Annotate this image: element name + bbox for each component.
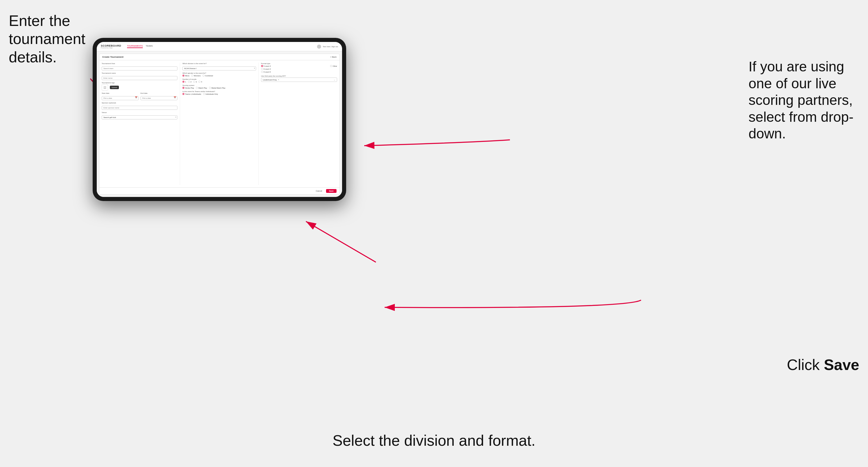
event-type-radio-group: Teams (+Individuals) Individuals Only [182,93,256,95]
venue-select[interactable]: Search golf club [102,115,178,119]
venue-group: Venue Search golf club [102,112,178,119]
radio-round-2 [188,81,190,83]
start-date-group: Start date 📅 [102,92,139,100]
scoring-match[interactable]: Match Play [196,87,207,89]
event-teams[interactable]: Teams (+Individuals) [182,93,201,95]
gender-womens[interactable]: Womens [191,74,201,76]
tablet-screen: SCOREBOARD Powered by Clippi TOURNAMENTS… [97,42,342,197]
end-date-label: End date [141,92,178,94]
calendar-icon-start: 📅 [135,96,137,99]
tablet-frame: SCOREBOARD Powered by Clippi TOURNAMENTS… [93,38,346,201]
scoring-stroke[interactable]: Stroke Play [182,87,194,89]
radio-match-play [196,87,198,89]
search-team-input[interactable] [102,66,178,70]
panel-header: Create Tournament < Back [99,54,339,60]
radio-round-3 [193,81,195,83]
division-select[interactable]: NCAA Division I [182,66,256,70]
rounds-radio-group: 1 2 3 [182,81,256,83]
cancel-button[interactable]: Cancel [313,189,324,193]
radio-round-1 [182,81,184,83]
annotation-topright: If you are using one of our live scoring… [748,58,859,142]
annotation-topleft: Enter the tournament details. [9,12,85,66]
create-tournament-panel: Create Tournament < Back Tournament Host… [99,54,340,195]
gender-mens[interactable]: Mens [182,74,189,76]
content-area: Create Tournament < Back Tournament Host… [97,51,342,197]
panel-title: Create Tournament [102,56,124,58]
panel-footer: Cancel Save [99,187,339,194]
event-type-group: Is this event for Teams and/or Individua… [182,91,256,95]
radio-stroke-play [182,87,184,89]
division-label: Which division is the event for? [182,63,256,64]
radio-individuals [203,93,205,95]
scoring-radio-group: Stroke Play Match Play Medal Match Play [182,87,256,89]
col-mid: Which division is the event for? NCAA Di… [180,63,258,185]
scoring-group: Scoring system Stroke Play Match Play [182,85,256,89]
col-right: Format type 5 count 4 [259,63,337,185]
col-left: Tournament Host Tournament name Tourname… [102,63,180,185]
tournament-name-input[interactable] [102,76,178,80]
format-6count4: 6 count 4 [261,68,337,70]
rounds-group: Number of rounds 1 2 [182,79,256,83]
gender-radio-group: Mens Womens Combined [182,74,256,76]
radio-6count4 [261,68,263,70]
start-date-input[interactable] [102,96,139,100]
nav-link-teams[interactable]: TEAMS [146,45,153,48]
round-3[interactable]: 3 [193,81,197,83]
api-tag-close-icon[interactable]: × [278,79,279,81]
sponsor-label: Sponsor (optional) [102,102,178,104]
round-4[interactable]: 4 [198,81,202,83]
api-tag-dropdown-icon[interactable]: ⌄ [334,79,335,81]
end-date-group: End date 📅 [141,92,178,100]
event-type-label: Is this event for Teams and/or Individua… [182,91,256,92]
format-type-options: 5 count 4 Other [261,65,337,73]
logo-placeholder: 🖼 [102,84,108,91]
division-group: Which division is the event for? NCAA Di… [182,63,256,70]
scoring-medal-match[interactable]: Medal Match Play [209,87,225,89]
gender-combined[interactable]: Combined [203,74,213,76]
radio-other [330,65,332,67]
format-type-label: Format type [261,63,337,64]
sponsor-group: Sponsor (optional) [102,102,178,110]
calendar-icon-end: 📅 [174,96,176,99]
tournament-name-label: Tournament name [102,72,178,74]
live-scoring-group: Use third-party live scoring API? Leader… [261,75,337,82]
venue-select-wrapper: Search golf club [102,114,178,119]
upload-button[interactable]: Upload [110,86,119,89]
date-row: Start date 📅 End date [102,92,178,100]
api-tag-value: Leaderboard King [263,79,277,81]
radio-6count5 [261,71,263,73]
radio-combined [203,74,205,76]
date-group: Start date 📅 End date [102,92,178,100]
format-other[interactable]: Other [330,65,337,67]
format-5count4: 5 count 4 Other [261,65,337,67]
tournament-logo-label: Tournament logo [102,82,178,84]
logo-sub: Powered by Clippi [101,47,121,49]
gender-group: Which gender is the event for? Mens Wome… [182,72,256,76]
back-link[interactable]: < Back [330,56,337,58]
venue-label: Venue [102,112,178,113]
user-avatar [317,44,321,49]
round-1[interactable]: 1 [182,81,186,83]
scoring-label: Scoring system [182,85,256,86]
rounds-label: Number of rounds [182,79,256,80]
gender-label: Which gender is the event for? [182,72,256,74]
annotation-bottomcenter: Select the division and format. [333,432,535,449]
image-icon: 🖼 [103,86,106,89]
sponsor-input[interactable] [102,106,178,110]
logo-upload: 🖼 Upload [102,84,178,91]
nav-link-tournaments[interactable]: TOURNAMENTS [127,45,143,48]
radio-teams [182,93,184,95]
end-date-input[interactable] [141,96,178,100]
round-2[interactable]: 2 [188,81,191,83]
radio-mens [182,74,184,76]
event-individuals[interactable]: Individuals Only [203,93,218,95]
format-6count5: 6 count 5 [261,71,337,73]
radio-womens [191,74,193,76]
nav-right: Test User | Sign out [317,44,338,49]
division-select-wrapper: NCAA Division I [182,65,256,70]
scoreboard-logo: SCOREBOARD Powered by Clippi [101,44,121,49]
start-date-label: Start date [102,92,139,94]
save-button[interactable]: Save [326,189,337,193]
panel-body: Tournament Host Tournament name Tourname… [99,60,339,187]
end-date-wrapper: 📅 [141,95,178,100]
